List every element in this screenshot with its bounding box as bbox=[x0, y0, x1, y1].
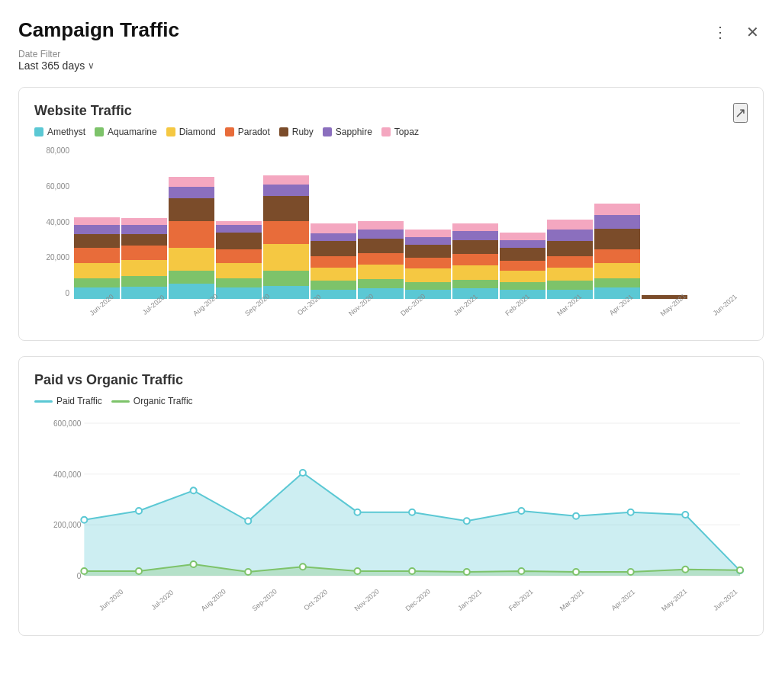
bar-segment bbox=[216, 225, 262, 233]
date-filter: Date Filter Last 365 days ∨ bbox=[18, 49, 764, 72]
paid-organic-legend: Paid TrafficOrganic Traffic bbox=[34, 396, 748, 406]
bar-group bbox=[263, 175, 309, 300]
paid-traffic-dot bbox=[518, 508, 524, 514]
organic-traffic-dot bbox=[464, 569, 470, 575]
bar-segment bbox=[405, 258, 451, 268]
website-traffic-title: Website Traffic bbox=[34, 103, 748, 119]
bar-segment bbox=[358, 265, 404, 279]
legend-label: Organic Traffic bbox=[134, 396, 193, 406]
bar-segment bbox=[311, 256, 356, 268]
bar-segment bbox=[594, 278, 640, 288]
organic-traffic-dot bbox=[518, 568, 524, 574]
bar-segment bbox=[452, 254, 498, 265]
bar-segment bbox=[452, 231, 498, 239]
bar-segment bbox=[169, 177, 214, 187]
bar-segment bbox=[594, 249, 640, 263]
legend-label: Sapphire bbox=[336, 127, 372, 137]
bar-segment bbox=[452, 280, 498, 288]
bar-segment bbox=[74, 263, 120, 278]
date-filter-value: Last 365 days bbox=[18, 59, 85, 72]
bar-segment bbox=[121, 276, 167, 287]
bar-segment bbox=[500, 271, 545, 282]
line-chart-svg: 0200,000400,000600,000 bbox=[34, 416, 748, 591]
bar-segment bbox=[169, 187, 214, 198]
more-options-button[interactable]: ⋮ bbox=[708, 21, 732, 43]
bar-segment bbox=[358, 230, 404, 239]
legend-line bbox=[111, 400, 130, 403]
bar-segment bbox=[74, 234, 120, 248]
bar-chart-x-labels: Jun-2020Jul-2020Aug-2020Sep-2020Oct-2020… bbox=[74, 299, 748, 332]
header: Campaign Traffic ⋮ ✕ bbox=[18, 18, 764, 43]
bar-group bbox=[121, 218, 167, 299]
bar-segment bbox=[263, 185, 309, 196]
bar-segment bbox=[547, 220, 593, 230]
organic-traffic-dot bbox=[737, 567, 743, 573]
bar-segment bbox=[547, 241, 593, 256]
bar-group bbox=[594, 204, 640, 299]
bar-group bbox=[358, 221, 404, 300]
bar-segment bbox=[500, 240, 545, 248]
legend-label: Diamond bbox=[179, 127, 216, 137]
bar-segment bbox=[311, 268, 356, 281]
bar-chart-y-axis: 020,00040,00060,00080,000 bbox=[34, 146, 74, 299]
bar-segment bbox=[74, 217, 120, 225]
bar-segment bbox=[311, 281, 356, 289]
legend-item: Topaz bbox=[381, 127, 419, 137]
bar-segment bbox=[547, 230, 593, 241]
legend-item: Amethyst bbox=[34, 127, 85, 137]
bar-segment bbox=[358, 239, 404, 253]
legend-line bbox=[34, 400, 53, 403]
bar-group bbox=[452, 223, 498, 299]
legend-color bbox=[34, 127, 43, 136]
bar-group bbox=[311, 223, 356, 299]
close-button[interactable]: ✕ bbox=[742, 21, 764, 43]
organic-traffic-dot bbox=[682, 567, 688, 573]
legend-color bbox=[323, 127, 332, 136]
paid-traffic-dot bbox=[573, 513, 579, 519]
organic-traffic-dot bbox=[136, 568, 142, 574]
bar-segment bbox=[311, 233, 356, 241]
bar-segment bbox=[169, 271, 214, 284]
y-axis-label: 40,000 bbox=[34, 218, 74, 226]
y-axis-label: 0 bbox=[34, 289, 74, 297]
paid-organic-section: Paid vs Organic Traffic Paid TrafficOrga… bbox=[18, 356, 764, 636]
paid-traffic-dot bbox=[354, 509, 360, 515]
y-axis-label: 80,000 bbox=[34, 146, 74, 155]
legend-item: Sapphire bbox=[323, 127, 372, 137]
bar-segment bbox=[74, 225, 120, 235]
date-filter-label: Date Filter bbox=[18, 49, 764, 59]
paid-traffic-dot bbox=[136, 508, 142, 514]
y-axis-label: 0 bbox=[77, 572, 82, 580]
paid-traffic-dot bbox=[628, 509, 634, 515]
legend-item: Ruby bbox=[279, 127, 314, 137]
legend-item: Organic Traffic bbox=[111, 396, 193, 406]
bar-segment bbox=[263, 221, 309, 244]
paid-traffic-dot bbox=[245, 518, 251, 524]
legend-item: Diamond bbox=[166, 127, 216, 137]
bar-segment bbox=[594, 204, 640, 215]
paid-traffic-dot bbox=[682, 512, 688, 518]
bar-segment bbox=[121, 225, 167, 235]
bar-group bbox=[500, 233, 545, 300]
organic-traffic-dot bbox=[81, 568, 87, 574]
bar-chart-bars bbox=[74, 146, 748, 299]
bar-segment bbox=[74, 278, 120, 288]
bar-segment bbox=[263, 175, 309, 185]
website-traffic-section: Website Traffic ↗ AmethystAquamarineDiam… bbox=[18, 87, 764, 341]
legend-color bbox=[381, 127, 391, 136]
date-filter-dropdown[interactable]: Last 365 days ∨ bbox=[18, 59, 764, 72]
organic-traffic-dot bbox=[628, 569, 634, 575]
y-axis-label: 600,000 bbox=[53, 419, 82, 428]
bar-segment bbox=[547, 268, 593, 281]
bar-group bbox=[169, 177, 214, 299]
bar-group bbox=[74, 217, 120, 300]
bar-segment bbox=[594, 263, 640, 278]
expand-button[interactable]: ↗ bbox=[733, 103, 748, 123]
bar-segment bbox=[263, 271, 309, 286]
website-traffic-chart: 020,00040,00060,00080,000 Jun-2020Jul-20… bbox=[34, 146, 748, 332]
page-title: Campaign Traffic bbox=[18, 18, 179, 42]
y-axis-label: 60,000 bbox=[34, 182, 74, 191]
paid-organic-title: Paid vs Organic Traffic bbox=[34, 372, 748, 388]
bar-segment bbox=[74, 248, 120, 263]
y-axis-label: 200,000 bbox=[53, 521, 82, 529]
